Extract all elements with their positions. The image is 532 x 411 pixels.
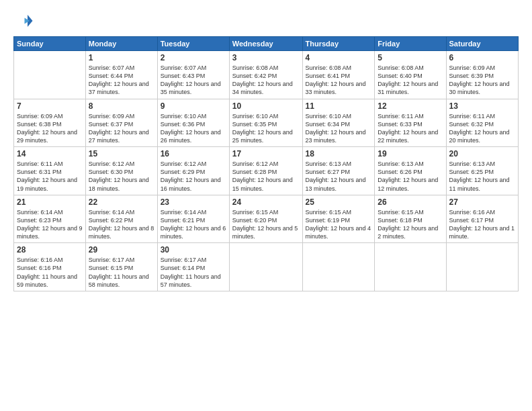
calendar-week-row: 14Sunrise: 6:11 AMSunset: 6:31 PMDayligh…: [14, 147, 519, 195]
day-info: Sunrise: 6:15 AMSunset: 6:18 PMDaylight:…: [378, 208, 443, 241]
calendar-cell: 24Sunrise: 6:15 AMSunset: 6:20 PMDayligh…: [229, 195, 302, 243]
day-number: 18: [306, 149, 372, 158]
calendar-table: SundayMondayTuesdayWednesdayThursdayFrid…: [13, 36, 519, 291]
calendar-cell: 20Sunrise: 6:13 AMSunset: 6:25 PMDayligh…: [446, 147, 518, 195]
day-number: 3: [232, 53, 300, 62]
day-info: Sunrise: 6:08 AMSunset: 6:42 PMDaylight:…: [232, 64, 300, 97]
calendar-cell: 18Sunrise: 6:13 AMSunset: 6:27 PMDayligh…: [302, 147, 375, 195]
calendar-cell: 14Sunrise: 6:11 AMSunset: 6:31 PMDayligh…: [14, 147, 86, 195]
day-info: Sunrise: 6:11 AMSunset: 6:33 PMDaylight:…: [378, 112, 443, 145]
calendar-cell: 12Sunrise: 6:11 AMSunset: 6:33 PMDayligh…: [375, 99, 446, 147]
day-number: 13: [449, 101, 515, 111]
weekday-header: Tuesday: [157, 37, 229, 51]
logo-icon: [13, 11, 34, 31]
day-info: Sunrise: 6:09 AMSunset: 6:37 PMDaylight:…: [89, 112, 154, 145]
calendar-cell: 25Sunrise: 6:15 AMSunset: 6:19 PMDayligh…: [302, 195, 375, 243]
calendar-week-row: 1Sunrise: 6:07 AMSunset: 6:44 PMDaylight…: [14, 51, 519, 99]
day-info: Sunrise: 6:10 AMSunset: 6:35 PMDaylight:…: [232, 112, 300, 145]
weekday-header: Sunday: [14, 37, 86, 51]
day-number: 1: [89, 53, 154, 62]
day-number: 24: [232, 197, 300, 207]
day-info: Sunrise: 6:13 AMSunset: 6:27 PMDaylight:…: [306, 160, 372, 193]
weekday-header-row: SundayMondayTuesdayWednesdayThursdayFrid…: [14, 37, 519, 51]
day-info: Sunrise: 6:07 AMSunset: 6:43 PMDaylight:…: [161, 64, 226, 97]
day-info: Sunrise: 6:17 AMSunset: 6:14 PMDaylight:…: [161, 256, 226, 289]
calendar-cell: 23Sunrise: 6:14 AMSunset: 6:21 PMDayligh…: [157, 195, 229, 243]
day-number: 22: [89, 197, 154, 207]
weekday-header: Wednesday: [229, 37, 302, 51]
day-number: 26: [378, 197, 443, 207]
weekday-header: Thursday: [302, 37, 375, 51]
day-info: Sunrise: 6:10 AMSunset: 6:34 PMDaylight:…: [306, 112, 372, 145]
day-number: 20: [449, 149, 515, 158]
calendar-cell: 19Sunrise: 6:13 AMSunset: 6:26 PMDayligh…: [375, 147, 446, 195]
calendar-cell: 8Sunrise: 6:09 AMSunset: 6:37 PMDaylight…: [85, 99, 157, 147]
calendar-cell: 15Sunrise: 6:12 AMSunset: 6:30 PMDayligh…: [85, 147, 157, 195]
day-info: Sunrise: 6:07 AMSunset: 6:44 PMDaylight:…: [89, 64, 154, 97]
day-number: 7: [17, 101, 83, 111]
calendar-cell: 30Sunrise: 6:17 AMSunset: 6:14 PMDayligh…: [157, 243, 229, 291]
day-info: Sunrise: 6:14 AMSunset: 6:23 PMDaylight:…: [17, 208, 83, 241]
day-number: 11: [306, 101, 372, 111]
calendar-cell: 21Sunrise: 6:14 AMSunset: 6:23 PMDayligh…: [14, 195, 86, 243]
day-number: 19: [378, 149, 443, 158]
calendar-cell: 11Sunrise: 6:10 AMSunset: 6:34 PMDayligh…: [302, 99, 375, 147]
calendar-cell: 26Sunrise: 6:15 AMSunset: 6:18 PMDayligh…: [375, 195, 446, 243]
day-number: 30: [161, 245, 226, 255]
day-number: 15: [89, 149, 154, 158]
day-number: 5: [378, 53, 443, 62]
calendar-cell: 22Sunrise: 6:14 AMSunset: 6:22 PMDayligh…: [85, 195, 157, 243]
day-info: Sunrise: 6:09 AMSunset: 6:39 PMDaylight:…: [449, 64, 515, 97]
day-info: Sunrise: 6:11 AMSunset: 6:31 PMDaylight:…: [17, 160, 83, 193]
calendar-week-row: 28Sunrise: 6:16 AMSunset: 6:16 PMDayligh…: [14, 243, 519, 291]
calendar-cell: 16Sunrise: 6:12 AMSunset: 6:29 PMDayligh…: [157, 147, 229, 195]
day-number: 29: [89, 245, 154, 255]
weekday-header: Monday: [85, 37, 157, 51]
day-info: Sunrise: 6:13 AMSunset: 6:26 PMDaylight:…: [378, 160, 443, 193]
day-number: 14: [17, 149, 83, 158]
calendar-cell: 9Sunrise: 6:10 AMSunset: 6:36 PMDaylight…: [157, 99, 229, 147]
day-info: Sunrise: 6:16 AMSunset: 6:17 PMDaylight:…: [449, 208, 515, 241]
day-info: Sunrise: 6:14 AMSunset: 6:21 PMDaylight:…: [161, 208, 226, 241]
header: [13, 11, 519, 31]
day-number: 25: [306, 197, 372, 207]
day-info: Sunrise: 6:15 AMSunset: 6:19 PMDaylight:…: [306, 208, 372, 241]
day-number: 28: [17, 245, 83, 255]
calendar-cell: 4Sunrise: 6:08 AMSunset: 6:41 PMDaylight…: [302, 51, 375, 99]
day-info: Sunrise: 6:08 AMSunset: 6:41 PMDaylight:…: [306, 64, 372, 97]
day-info: Sunrise: 6:13 AMSunset: 6:25 PMDaylight:…: [449, 160, 515, 193]
calendar-cell: [229, 243, 302, 291]
calendar-week-row: 21Sunrise: 6:14 AMSunset: 6:23 PMDayligh…: [14, 195, 519, 243]
logo: [13, 11, 36, 31]
day-number: 10: [232, 101, 300, 111]
calendar-cell: 29Sunrise: 6:17 AMSunset: 6:15 PMDayligh…: [85, 243, 157, 291]
calendar-cell: 13Sunrise: 6:11 AMSunset: 6:32 PMDayligh…: [446, 99, 518, 147]
day-number: 27: [449, 197, 515, 207]
day-info: Sunrise: 6:12 AMSunset: 6:29 PMDaylight:…: [161, 160, 226, 193]
calendar-cell: 27Sunrise: 6:16 AMSunset: 6:17 PMDayligh…: [446, 195, 518, 243]
day-info: Sunrise: 6:10 AMSunset: 6:36 PMDaylight:…: [161, 112, 226, 145]
calendar-cell: 28Sunrise: 6:16 AMSunset: 6:16 PMDayligh…: [14, 243, 86, 291]
day-number: 21: [17, 197, 83, 207]
day-info: Sunrise: 6:15 AMSunset: 6:20 PMDaylight:…: [232, 208, 300, 241]
day-info: Sunrise: 6:14 AMSunset: 6:22 PMDaylight:…: [89, 208, 154, 241]
day-number: 23: [161, 197, 226, 207]
calendar-cell: [302, 243, 375, 291]
weekday-header: Saturday: [446, 37, 518, 51]
calendar-week-row: 7Sunrise: 6:09 AMSunset: 6:38 PMDaylight…: [14, 99, 519, 147]
day-info: Sunrise: 6:08 AMSunset: 6:40 PMDaylight:…: [378, 64, 443, 97]
calendar-cell: 17Sunrise: 6:12 AMSunset: 6:28 PMDayligh…: [229, 147, 302, 195]
calendar-cell: 7Sunrise: 6:09 AMSunset: 6:38 PMDaylight…: [14, 99, 86, 147]
day-info: Sunrise: 6:16 AMSunset: 6:16 PMDaylight:…: [17, 256, 83, 289]
calendar-cell: 3Sunrise: 6:08 AMSunset: 6:42 PMDaylight…: [229, 51, 302, 99]
calendar-cell: [446, 243, 518, 291]
day-number: 16: [161, 149, 226, 158]
calendar-cell: 10Sunrise: 6:10 AMSunset: 6:35 PMDayligh…: [229, 99, 302, 147]
day-number: 6: [449, 53, 515, 62]
day-info: Sunrise: 6:09 AMSunset: 6:38 PMDaylight:…: [17, 112, 83, 145]
day-number: 9: [161, 101, 226, 111]
day-number: 4: [306, 53, 372, 62]
day-info: Sunrise: 6:12 AMSunset: 6:28 PMDaylight:…: [232, 160, 300, 193]
day-info: Sunrise: 6:11 AMSunset: 6:32 PMDaylight:…: [449, 112, 515, 145]
day-info: Sunrise: 6:12 AMSunset: 6:30 PMDaylight:…: [89, 160, 154, 193]
